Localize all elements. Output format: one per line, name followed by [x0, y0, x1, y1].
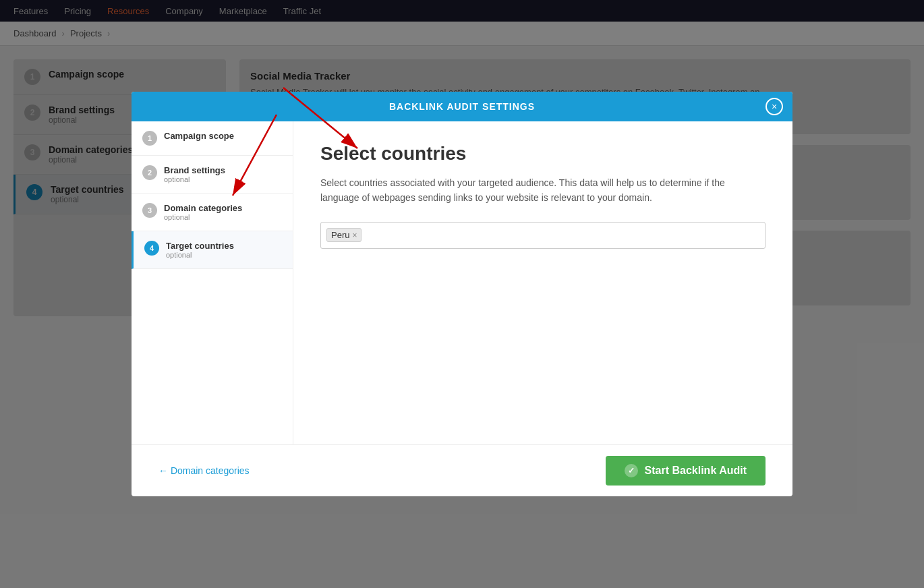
- modal-step-1-num: 1: [142, 131, 157, 146]
- back-to-domain-categories-link[interactable]: ← Domain categories: [158, 465, 250, 476]
- start-btn-label: Start Backlink Audit: [645, 465, 747, 477]
- modal-step-3-sublabel: optional: [164, 213, 242, 221]
- modal-step-1-label: Campaign scope: [164, 131, 234, 141]
- modal-footer: ← Domain categories ✓ Start Backlink Aud…: [132, 444, 792, 496]
- modal-step-3[interactable]: 3 Domain categories optional: [132, 194, 293, 231]
- modal-step-4-sublabel: optional: [166, 251, 234, 259]
- check-icon: ✓: [625, 464, 638, 477]
- modal-close-button[interactable]: ×: [766, 98, 783, 115]
- modal-main-content: Select countries Select countries associ…: [293, 121, 792, 444]
- modal-step-2-sublabel: optional: [164, 175, 225, 183]
- country-tag-peru-label: Peru: [331, 230, 349, 240]
- modal-step-3-label: Domain categories: [164, 203, 242, 213]
- select-countries-title: Select countries: [320, 143, 766, 165]
- modal-step-2-num: 2: [142, 165, 157, 180]
- country-tag-peru: Peru ×: [326, 228, 362, 242]
- modal-step-1[interactable]: 1 Campaign scope: [132, 121, 293, 156]
- modal-step-4[interactable]: 4 Target countries optional: [132, 231, 293, 269]
- modal-step-3-num: 3: [142, 203, 157, 218]
- modal-step-4-num: 4: [144, 241, 159, 256]
- modal-step-2-label: Brand settings: [164, 165, 225, 175]
- modal-body: 1 Campaign scope 2 Brand settings option…: [132, 121, 792, 444]
- modal-header: BACKLINK AUDIT SETTINGS ×: [132, 92, 792, 121]
- modal-description: Select countries associated with your ta…: [320, 175, 766, 206]
- country-tag-peru-remove[interactable]: ×: [352, 231, 357, 240]
- modal-title-text: BACKLINK AUDIT SETTINGS: [389, 101, 535, 112]
- modal-step-4-label: Target countries: [166, 241, 234, 251]
- country-input-field[interactable]: Peru ×: [320, 222, 766, 249]
- modal-step-2[interactable]: 2 Brand settings optional: [132, 156, 293, 194]
- modal-sidebar: 1 Campaign scope 2 Brand settings option…: [132, 121, 293, 444]
- start-backlink-audit-button[interactable]: ✓ Start Backlink Audit: [606, 456, 766, 486]
- modal-overlay: BACKLINK AUDIT SETTINGS × 1 Campaign sco…: [0, 0, 924, 588]
- backlink-audit-modal: BACKLINK AUDIT SETTINGS × 1 Campaign sco…: [132, 92, 792, 496]
